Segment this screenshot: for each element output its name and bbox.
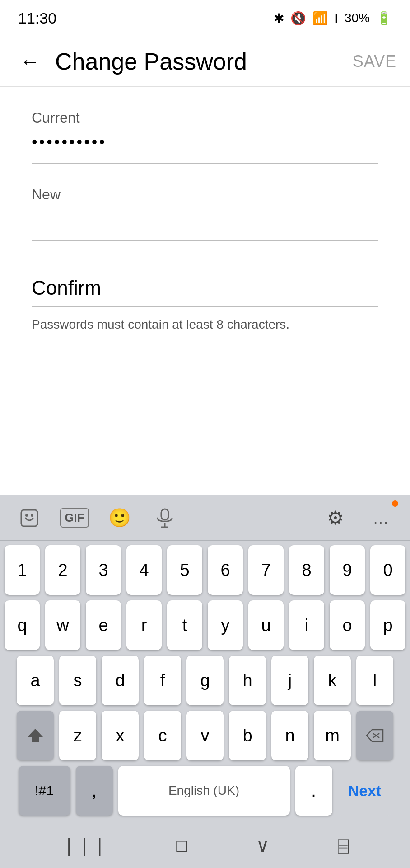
key-u[interactable]: u [248,600,284,650]
password-hint: Passwords must contain at least 8 charac… [32,317,378,332]
keyboard-rows: 1 2 3 4 5 6 7 8 9 0 q w e r t y u i o p … [0,541,410,823]
confirm-password-label: Confirm [32,277,378,299]
status-time: 11:30 [18,9,56,27]
nav-home-icon[interactable]: □ [176,835,187,856]
page-title: Change Password [55,48,353,75]
nav-bar: ❘❘❘ □ ∨ ⌸ [0,823,410,868]
space-key[interactable]: English (UK) [118,766,290,816]
key-7[interactable]: 7 [248,545,284,595]
key-z[interactable]: z [59,711,96,760]
asdf-row: a s d f g h j k l [5,656,405,705]
key-0[interactable]: 0 [370,545,405,595]
keyboard-area: GIF 🙂 ⚙ … 1 2 3 4 5 6 7 [0,495,410,868]
key-4[interactable]: 4 [126,545,162,595]
new-password-value [32,209,378,232]
key-6[interactable]: 6 [208,545,243,595]
status-icons: ✱ 🔇 📶 Ⅰ 30% 🔋 [274,11,392,26]
key-i[interactable]: i [289,600,324,650]
key-5[interactable]: 5 [167,545,202,595]
key-a[interactable]: a [17,656,54,705]
bluetooth-icon: ✱ [274,11,284,26]
emoji-icon[interactable]: 🙂 [104,502,135,534]
key-2[interactable]: 2 [45,545,80,595]
signal-icon: Ⅰ [335,11,338,26]
back-button[interactable]: ← [14,45,46,78]
key-j[interactable]: j [271,656,308,705]
current-password-field[interactable]: Current •••••••••• [32,100,378,155]
svg-point-1 [25,514,28,517]
nav-keyboard-icon[interactable]: ⌸ [338,835,349,856]
next-key[interactable]: Next [338,766,392,816]
zxcv-row: z x c v b n m [5,711,405,760]
battery-text: 30% [345,11,370,25]
key-w[interactable]: w [45,600,80,650]
number-row: 1 2 3 4 5 6 7 8 9 0 [5,545,405,595]
mute-icon: 🔇 [290,11,306,26]
key-x[interactable]: x [102,711,139,760]
key-9[interactable]: 9 [330,545,365,595]
notification-dot [392,500,398,507]
key-p[interactable]: p [370,600,405,650]
key-o[interactable]: o [330,600,365,650]
shift-key[interactable] [17,711,54,760]
qwerty-row: q w e r t y u i o p [5,600,405,650]
key-t[interactable]: t [167,600,202,650]
key-b[interactable]: b [229,711,266,760]
period-key[interactable]: . [295,766,332,816]
key-d[interactable]: d [102,656,139,705]
key-s[interactable]: s [59,656,96,705]
key-q[interactable]: q [5,600,40,650]
current-password-value: •••••••••• [32,132,378,155]
key-r[interactable]: r [126,600,162,650]
svg-rect-3 [161,509,168,520]
save-button[interactable]: SAVE [353,52,396,71]
current-password-label: Current [32,109,378,126]
key-g[interactable]: g [186,656,224,705]
keyboard-settings-icon[interactable]: ⚙ [320,502,351,534]
keyboard-toolbar: GIF 🙂 ⚙ … [0,495,410,541]
gif-label: GIF [60,508,89,528]
comma-key[interactable]: , [76,766,113,816]
key-l[interactable]: l [356,656,393,705]
sticker-icon[interactable] [14,502,45,534]
keyboard-more-icon[interactable]: … [365,502,396,534]
battery-icon: 🔋 [376,11,392,26]
key-v[interactable]: v [186,711,224,760]
confirm-field-divider [32,306,378,307]
symbol-key[interactable]: !#1 [19,766,70,816]
app-bar: ← Change Password SAVE [0,36,410,87]
form-area: Current •••••••••• New Confirm Passwords… [0,87,410,345]
new-password-label: New [32,186,378,203]
backspace-key[interactable] [356,711,393,760]
key-k[interactable]: k [314,656,351,705]
nav-back-icon[interactable]: ❘❘❘ [61,835,107,856]
svg-marker-6 [28,729,43,742]
status-bar: 11:30 ✱ 🔇 📶 Ⅰ 30% 🔋 [0,0,410,36]
confirm-password-field[interactable]: Confirm [32,268,378,299]
gif-icon[interactable]: GIF [59,502,90,534]
svg-rect-0 [21,510,37,526]
key-h[interactable]: h [229,656,266,705]
key-f[interactable]: f [144,656,181,705]
key-c[interactable]: c [144,711,181,760]
key-m[interactable]: m [314,711,351,760]
back-arrow-icon: ← [20,50,40,73]
key-n[interactable]: n [271,711,308,760]
wifi-icon: 📶 [312,11,328,26]
key-e[interactable]: e [86,600,121,650]
key-1[interactable]: 1 [5,545,40,595]
svg-point-2 [31,514,33,517]
key-y[interactable]: y [208,600,243,650]
bottom-row: !#1 , English (UK) . Next [5,766,405,816]
microphone-icon[interactable] [149,502,181,534]
key-3[interactable]: 3 [86,545,121,595]
key-8[interactable]: 8 [289,545,324,595]
nav-recents-icon[interactable]: ∨ [256,835,269,856]
new-password-field[interactable]: New [32,177,378,232]
